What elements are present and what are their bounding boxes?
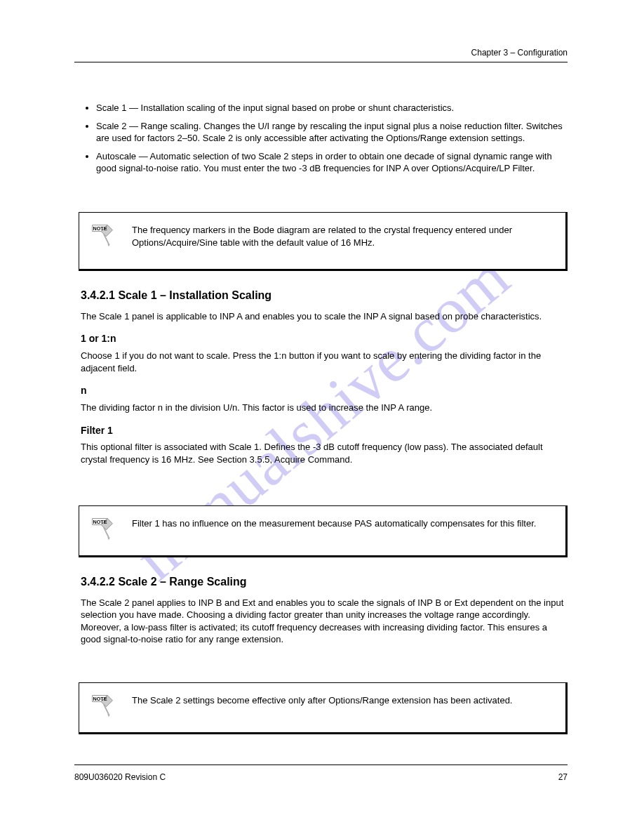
note-label: NOTE — [93, 225, 107, 232]
note-icon: NOTE — [90, 693, 115, 721]
footer-rule — [74, 764, 568, 765]
heading-1-or-1n: 1 or 1:n — [81, 332, 565, 345]
heading-n: n — [81, 384, 565, 397]
note-label: NOTE — [93, 519, 107, 525]
heading-filter1: Filter 1 — [81, 424, 565, 437]
bullet-scale1: Scale 1 — Installation scaling of the in… — [96, 102, 565, 114]
section-scale1: 3.4.2.1 Scale 1 – Installation Scaling T… — [81, 288, 565, 473]
note-icon: NOTE — [90, 223, 115, 251]
header-chapter: Chapter 3 – Configuration — [471, 48, 568, 58]
svg-marker-11 — [107, 715, 110, 717]
para-filter1: This optional filter is associated with … — [81, 441, 565, 465]
heading-scale2: 3.4.2.2 Scale 2 – Range Scaling — [81, 574, 565, 590]
note-text-2: Filter 1 has no influence on the measure… — [132, 517, 551, 530]
note-text-1: The frequency markers in the Bode diagra… — [132, 224, 551, 249]
note-box-3: NOTE The Scale 2 settings become effecti… — [79, 682, 568, 734]
section-scale2: 3.4.2.2 Scale 2 – Range Scaling The Scal… — [81, 574, 565, 653]
para-1-or-1n: Choose 1 if you do not want to scale. Pr… — [81, 350, 565, 374]
para-scale1-intro: The Scale 1 panel is applicable to INP A… — [81, 310, 565, 323]
svg-marker-7 — [107, 538, 110, 541]
footer-docid: 809U036020 Revision C — [74, 772, 166, 782]
header-rule — [74, 62, 568, 62]
svg-marker-3 — [107, 244, 110, 247]
footer-page-number: 27 — [558, 772, 568, 782]
bullet-autoscale: Autoscale — Automatic selection of two S… — [96, 150, 565, 175]
note-text-3: The Scale 2 settings become effective on… — [132, 694, 551, 707]
para-n: The dividing factor n in the division U/… — [81, 402, 565, 414]
note-box-2: NOTE Filter 1 has no influence on the me… — [79, 505, 568, 557]
intro-block: Scale 1 — Installation scaling of the in… — [81, 102, 565, 180]
note-icon: NOTE — [90, 516, 115, 544]
heading-scale1: 3.4.2.1 Scale 1 – Installation Scaling — [81, 288, 565, 303]
note-label: NOTE — [93, 696, 107, 702]
bullet-scale2: Scale 2 — Range scaling. Changes the U/I… — [96, 120, 565, 145]
para-scale2: The Scale 2 panel applies to INP B and E… — [81, 597, 565, 646]
note-box-1: NOTE The frequency markers in the Bode d… — [79, 212, 568, 271]
